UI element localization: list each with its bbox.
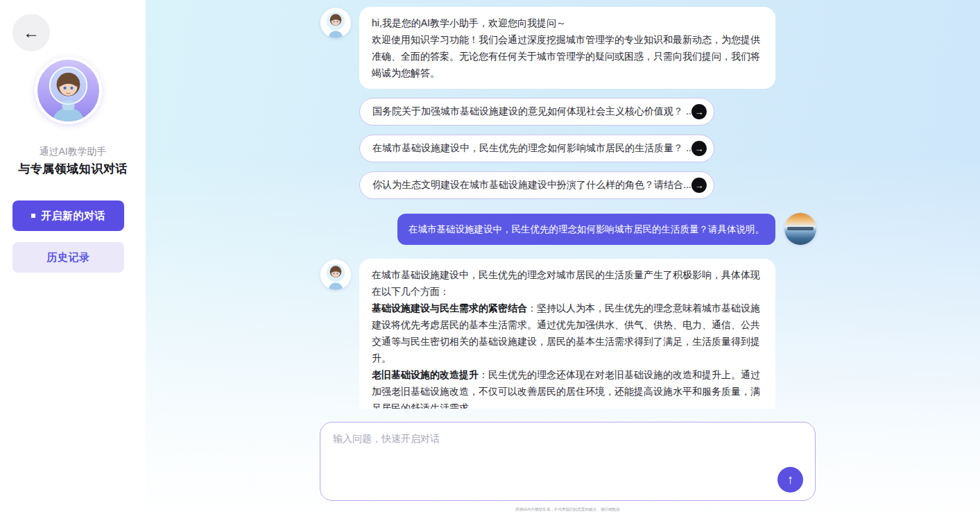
suggested-question-2[interactable]: 在城市基础设施建设中，民生优先的理念如何影响城市居民的生活质量？ ... → — [359, 135, 714, 162]
arrow-up-icon: ↑ — [787, 472, 793, 487]
greeting-line-1: hi,我是您的AI教学小助手，欢迎您向我提问～ — [372, 15, 763, 31]
back-button[interactable]: ← — [12, 14, 50, 51]
ai-disclaimer: 内容由AI大模型生成，不代表我们的态度和观点，请仔细甄别 — [414, 506, 721, 512]
message-input[interactable] — [320, 422, 815, 472]
new-chat-button[interactable]: 开启新的对话 — [12, 200, 124, 231]
assistant-avatar — [320, 259, 351, 290]
send-button[interactable]: ↑ — [777, 467, 803, 493]
answer-point-2: 老旧基础设施的改造提升：民生优先的理念还体现在对老旧基础设施的改造和提升上。通过… — [372, 366, 763, 409]
arrow-glyph: → — [695, 144, 704, 153]
messages-scroll-area[interactable]: hi,我是您的AI教学小助手，欢迎您向我提问～ 欢迎使用知识学习功能！我们会通过… — [146, 0, 980, 409]
sidebar: ← 通过AI教学助手 与专属领域知识对话 开启新的对话 历史记录 — [0, 0, 146, 521]
user-avatar — [784, 213, 816, 245]
assistant-avatar-large — [35, 57, 102, 124]
answer-point-1-title: 基础设施建设与民生需求的紧密结合 — [372, 302, 527, 314]
assistant-title: 与专属领域知识对话 — [0, 161, 146, 177]
arrow-right-icon: → — [691, 141, 707, 156]
assistant-avatar — [320, 8, 351, 38]
assistant-avatar-illustration — [320, 8, 351, 38]
chat-area: hi,我是您的AI教学小助手，欢迎您向我提问～ 欢迎使用知识学习功能！我们会通过… — [146, 0, 980, 521]
square-bullet-icon — [31, 214, 35, 218]
new-chat-button-label: 开启新的对话 — [41, 210, 105, 223]
answer-point-1: 基础设施建设与民生需求的紧密结合：坚持以人为本，民生优先的理念意味着城市基础设施… — [372, 300, 763, 366]
suggested-question-2-label: 在城市基础设施建设中，民生优先的理念如何影响城市居民的生活质量？ ... — [372, 142, 691, 155]
assistant-subtitle: 通过AI教学助手 — [0, 146, 146, 158]
assistant-avatar-illustration — [37, 60, 99, 121]
assistant-message-answer: 在城市基础设施建设中，民生优先的理念对城市居民的生活质量产生了积极影响，具体体现… — [359, 259, 775, 409]
suggested-question-1[interactable]: 国务院关于加强城市基础设施建设的意见如何体现社会主义核心价值观？ ... → — [359, 98, 714, 126]
user-message-text: 在城市基础设施建设中，民生优先的理念如何影响城市居民的生活质量？请具体说明。 — [409, 223, 764, 236]
assistant-message-greeting: hi,我是您的AI教学小助手，欢迎您向我提问～ 欢迎使用知识学习功能！我们会通过… — [359, 7, 775, 89]
back-arrow-icon: ← — [23, 24, 40, 41]
user-message: 在城市基础设施建设中，民生优先的理念如何影响城市居民的生活质量？请具体说明。 — [397, 214, 775, 245]
arrow-right-icon: → — [691, 104, 707, 119]
greeting-line-2: 欢迎使用知识学习功能！我们会通过深度挖掘城市管理学的专业知识和最新动态，为您提供… — [372, 31, 763, 81]
suggested-question-3[interactable]: 你认为生态文明建设在城市基础设施建设中扮演了什么样的角色？请结合... → — [359, 171, 714, 199]
history-button[interactable]: 历史记录 — [12, 242, 124, 273]
answer-intro: 在城市基础设施建设中，民生优先的理念对城市居民的生活质量产生了积极影响，具体体现… — [372, 266, 763, 300]
history-button-label: 历史记录 — [47, 251, 90, 264]
answer-point-2-title: 老旧基础设施的改造提升 — [372, 369, 479, 380]
assistant-avatar-illustration — [320, 259, 351, 290]
arrow-right-icon: → — [691, 178, 707, 193]
arrow-glyph: → — [695, 108, 704, 117]
arrow-glyph: → — [695, 181, 704, 190]
suggested-question-1-label: 国务院关于加强城市基础设施建设的意见如何体现社会主义核心价值观？ ... — [372, 105, 691, 118]
suggested-question-3-label: 你认为生态文明建设在城市基础设施建设中扮演了什么样的角色？请结合... — [372, 179, 691, 191]
app-window: ← 通过AI教学助手 与专属领域知识对话 开启新的对话 历史记录 — [0, 0, 980, 521]
composer: ↑ — [320, 422, 816, 501]
